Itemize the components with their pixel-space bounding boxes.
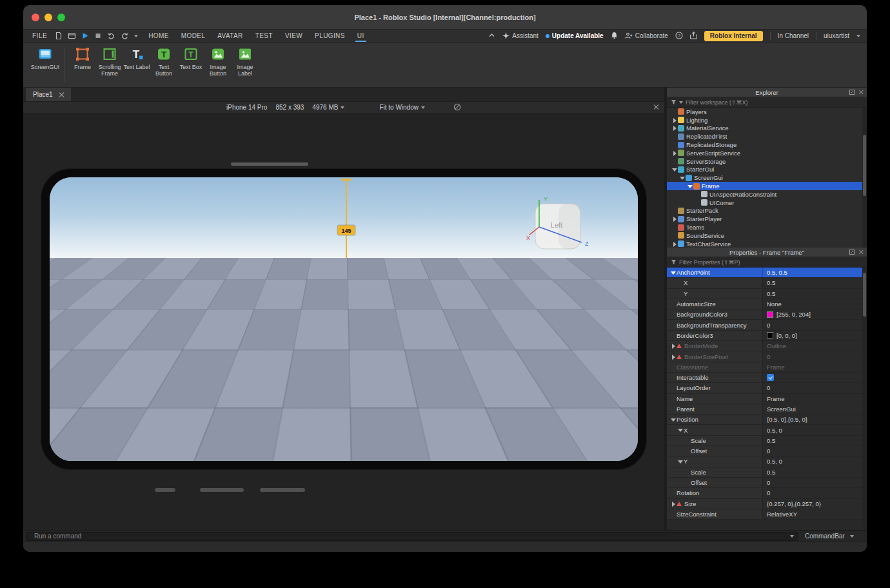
tab-avatar[interactable]: AVATAR — [217, 30, 242, 42]
property-value[interactable]: {0.5, 0},{0.5, 0} — [762, 415, 867, 424]
property-value[interactable]: None — [762, 299, 867, 309]
update-available-button[interactable]: Update Available — [546, 32, 604, 39]
open-window-icon[interactable] — [68, 32, 76, 40]
property-expand-caret[interactable] — [677, 458, 684, 464]
device-selector[interactable]: iPhone 14 Pro — [226, 104, 267, 111]
property-value[interactable]: 0.5, 0 — [762, 456, 867, 466]
property-row-Position[interactable]: Position{0.5, 0},{0.5, 0} — [667, 415, 867, 425]
color-swatch[interactable] — [767, 311, 773, 318]
selected-ui-frame[interactable] — [312, 282, 381, 353]
property-value[interactable]: 0 — [762, 446, 867, 456]
insert-text-button-button[interactable]: T Text Button — [150, 46, 177, 77]
tab-ui[interactable]: UI — [357, 30, 364, 42]
left-part-3d[interactable]: Left Y X Z — [525, 188, 615, 262]
property-row-Scale[interactable]: Scale0.5 — [667, 436, 867, 446]
property-row-BorderMode[interactable]: BorderModeOutline — [667, 341, 867, 351]
property-value[interactable]: ScreenGui — [762, 404, 867, 414]
property-value[interactable]: 0.5 — [762, 467, 867, 477]
property-value[interactable]: 0 — [762, 351, 867, 361]
property-value[interactable]: 0 — [762, 478, 867, 487]
property-value[interactable]: Outline — [762, 341, 867, 351]
explorer-item-Frame[interactable]: Frame — [667, 182, 867, 190]
property-row-Offset[interactable]: Offset0 — [667, 446, 867, 456]
resize-handle[interactable] — [309, 351, 313, 355]
insert-text-label-button[interactable]: T Text Label — [123, 46, 150, 70]
username-label[interactable]: uiuxartist — [824, 32, 849, 39]
tab-home[interactable]: HOME — [148, 30, 169, 42]
tab-view[interactable]: VIEW — [285, 30, 302, 42]
close-panel-icon[interactable] — [859, 250, 863, 254]
property-row-Name[interactable]: NameFrame — [667, 394, 867, 404]
property-value[interactable]: 0.5 — [762, 278, 867, 288]
user-dropdown-caret[interactable] — [856, 35, 860, 37]
color-swatch[interactable] — [767, 332, 773, 338]
property-row-Rotation[interactable]: Rotation0 — [667, 488, 867, 498]
tree-expand-caret[interactable] — [671, 117, 678, 123]
tree-expand-caret[interactable] — [671, 150, 678, 156]
property-value[interactable]: 0 — [762, 320, 867, 329]
tree-expand-caret[interactable] — [671, 216, 678, 222]
stop-icon[interactable] — [94, 32, 102, 40]
zoom-window-button[interactable] — [57, 14, 65, 21]
close-window-button[interactable] — [32, 14, 39, 21]
tab-test[interactable]: TEST — [255, 30, 273, 42]
property-row-BackgroundColor3[interactable]: BackgroundColor3[255, 0, 204] — [667, 309, 867, 320]
insert-image-label-button[interactable]: Image Label — [232, 46, 259, 77]
insert-image-button-button[interactable]: Image Button — [204, 46, 232, 77]
explorer-item-Players[interactable]: Players — [667, 108, 867, 116]
property-expand-caret[interactable] — [670, 354, 677, 360]
tree-expand-caret[interactable] — [687, 183, 693, 189]
tree-expand-caret[interactable] — [671, 241, 678, 247]
property-expand-caret[interactable] — [670, 270, 677, 275]
close-tab-icon[interactable] — [59, 92, 64, 97]
properties-filter-input[interactable]: Filter Properties (⇧⌘P) — [667, 257, 867, 268]
property-expand-caret[interactable] — [670, 501, 677, 507]
property-row-Offset[interactable]: Offset0 — [667, 478, 867, 488]
explorer-item-StarterGui[interactable]: StarterGui — [667, 166, 867, 174]
tab-plugins[interactable]: PLUGINS — [315, 30, 345, 42]
property-expand-caret[interactable] — [677, 427, 684, 433]
property-row-BackgroundTransparency[interactable]: BackgroundTransparency0 — [667, 320, 867, 330]
tab-model[interactable]: MODEL — [181, 30, 206, 42]
property-row-Parent[interactable]: ParentScreenGui — [667, 404, 867, 415]
minimize-window-button[interactable] — [44, 14, 52, 21]
explorer-item-StarterPlayer[interactable]: StarterPlayer — [667, 215, 867, 223]
property-value[interactable]: {0.257, 0},{0.257, 0} — [762, 499, 867, 509]
property-row-Y[interactable]: Y0.5 — [667, 289, 867, 299]
collaborate-button[interactable]: Collaborate — [625, 32, 668, 39]
checked-checkbox[interactable] — [767, 374, 774, 381]
tree-expand-caret[interactable] — [679, 175, 686, 181]
property-expand-caret[interactable] — [670, 343, 677, 349]
resize-handle[interactable] — [344, 351, 349, 355]
commandbar-selector[interactable]: CommandBar — [798, 533, 864, 540]
property-value[interactable]: [0, 0, 0] — [762, 331, 867, 340]
property-value[interactable]: RelativeXY — [762, 509, 867, 519]
tree-expand-caret[interactable] — [671, 125, 678, 131]
viewport-scrollbar-segment[interactable] — [200, 488, 244, 492]
property-row-SizeConstraint[interactable]: SizeConstraintRelativeXY — [667, 509, 867, 520]
mute-device-icon[interactable] — [453, 103, 461, 112]
explorer-item-UIAspectRatioConstraint[interactable]: UIAspectRatioConstraint — [667, 190, 867, 199]
insert-screengui-button[interactable]: ScreenGUI — [30, 46, 61, 70]
history-dropdown-caret[interactable] — [134, 35, 138, 37]
close-panel-icon[interactable] — [859, 90, 863, 94]
property-value[interactable]: 0.5 — [762, 289, 867, 299]
redo-icon[interactable] — [121, 32, 129, 40]
explorer-filter-input[interactable]: Filter workspace (⇧⌘X) — [667, 97, 867, 108]
resize-handle[interactable] — [309, 279, 313, 284]
share-icon[interactable] — [690, 32, 697, 41]
popout-panel-icon[interactable] — [849, 249, 855, 256]
explorer-item-ReplicatedStorage[interactable]: ReplicatedStorage — [667, 141, 867, 149]
popout-panel-icon[interactable] — [849, 89, 855, 96]
explorer-item-ServerScriptService[interactable]: ServerScriptService — [667, 149, 867, 157]
property-row-AnchorPoint[interactable]: AnchorPoint0.5, 0.5 — [667, 268, 867, 278]
collapse-ribbon-chevron[interactable] — [488, 32, 495, 40]
tree-expand-caret[interactable] — [671, 166, 678, 172]
new-file-icon[interactable] — [55, 32, 63, 40]
resize-handle[interactable] — [379, 279, 384, 284]
explorer-item-ReplicatedFirst[interactable]: ReplicatedFirst — [667, 132, 867, 141]
explorer-item-Lighting[interactable]: Lighting — [667, 116, 867, 124]
explorer-item-Teams[interactable]: Teams — [667, 223, 867, 231]
viewport-3d[interactable]: Left Y X Z — [23, 113, 664, 530]
property-value[interactable] — [762, 373, 867, 382]
